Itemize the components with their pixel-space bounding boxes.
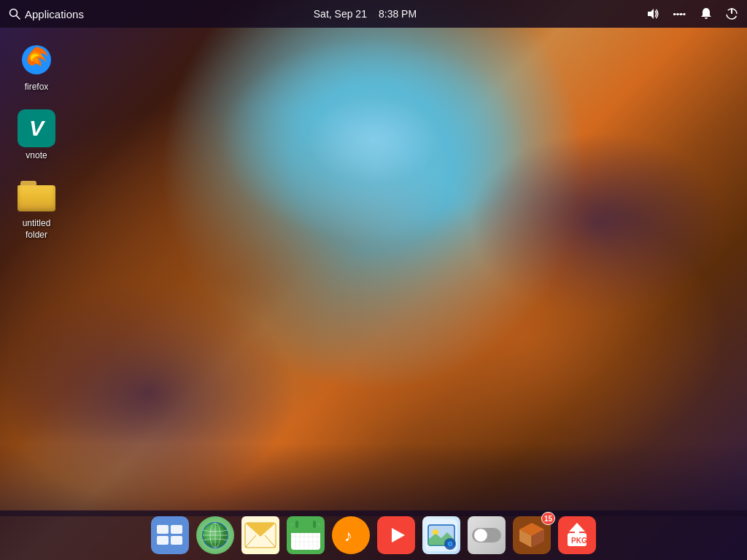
- svg-rect-15: [157, 536, 169, 545]
- desktop-icon-untitled-folder[interactable]: untitled folder: [7, 173, 66, 245]
- network-icon[interactable]: [673, 8, 687, 20]
- untitled-folder-label: untitled folder: [10, 218, 63, 241]
- wallpaper: [0, 0, 747, 560]
- desktop-icon-vnote[interactable]: V vnote: [7, 105, 66, 166]
- svg-rect-14: [171, 525, 182, 534]
- dock-settings[interactable]: [466, 515, 507, 556]
- time-display: 8:38 PM: [379, 8, 417, 20]
- svg-rect-28: [291, 529, 320, 533]
- svg-rect-3: [673, 13, 676, 15]
- dock-calendar[interactable]: [285, 515, 326, 556]
- dock-multitask[interactable]: [150, 515, 190, 556]
- svg-marker-2: [648, 9, 654, 19]
- appstore-badge: 15: [541, 512, 555, 525]
- panel-left: Applications: [9, 8, 84, 20]
- firefox-icon: [18, 41, 55, 79]
- svg-rect-13: [157, 525, 169, 534]
- svg-rect-16: [171, 536, 182, 545]
- taskbar: ♪: [0, 510, 747, 560]
- applications-menu[interactable]: Applications: [25, 8, 84, 20]
- panel-right: [646, 7, 738, 20]
- notification-icon[interactable]: [700, 7, 712, 20]
- dock-browser[interactable]: [195, 515, 236, 556]
- svg-line-1: [17, 16, 20, 20]
- svg-text:♪: ♪: [344, 526, 352, 545]
- search-icon[interactable]: [9, 8, 20, 20]
- dock-mail[interactable]: [240, 515, 281, 556]
- desktop-icon-firefox[interactable]: firefox: [7, 36, 66, 98]
- dock-synaptic[interactable]: PKG: [557, 515, 597, 556]
- desktop-icons: firefox V vnote untitled folder: [7, 36, 66, 245]
- svg-rect-4: [676, 13, 678, 15]
- svg-rect-29: [295, 521, 298, 528]
- dock-music[interactable]: ♪: [330, 515, 371, 556]
- svg-marker-40: [392, 528, 405, 542]
- svg-marker-57: [569, 523, 585, 533]
- svg-rect-30: [313, 521, 316, 528]
- svg-rect-5: [680, 13, 682, 15]
- svg-rect-6: [683, 13, 685, 15]
- dock-photos[interactable]: [421, 515, 462, 556]
- top-panel: Applications Sat, Sep 21 8:38 PM: [0, 0, 747, 28]
- power-icon[interactable]: [725, 7, 738, 20]
- date-display: Sat, Sep 21: [314, 8, 367, 20]
- vnote-label: vnote: [26, 150, 47, 162]
- vnote-icon: V: [18, 109, 55, 147]
- dock-appstore[interactable]: 15: [511, 515, 552, 556]
- panel-center: Sat, Sep 21 8:38 PM: [314, 8, 417, 20]
- svg-text:PKG: PKG: [571, 537, 587, 545]
- svg-point-48: [449, 543, 452, 545]
- svg-point-50: [474, 529, 487, 542]
- volume-icon[interactable]: [646, 8, 659, 20]
- folder-icon: [18, 177, 55, 215]
- firefox-label: firefox: [25, 82, 49, 93]
- dock-video[interactable]: [376, 515, 417, 556]
